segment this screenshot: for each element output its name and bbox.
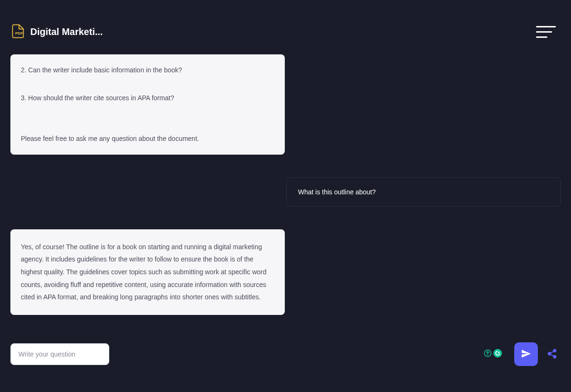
- user-message: What is this outline about?: [286, 177, 561, 207]
- svg-line-6: [551, 351, 553, 353]
- send-button[interactable]: [514, 342, 538, 366]
- send-icon: [521, 348, 531, 360]
- svg-line-7: [551, 354, 553, 356]
- svg-point-5: [553, 355, 556, 358]
- assistant-text: Yes, of course! The outline is for a boo…: [21, 241, 274, 304]
- input-icons: [484, 349, 502, 359]
- svg-point-3: [553, 349, 556, 352]
- grammarly-icon[interactable]: [493, 349, 502, 359]
- menu-button[interactable]: [532, 22, 560, 42]
- hamburger-line: [536, 31, 552, 33]
- page-title: Digital Marketi...: [30, 26, 103, 37]
- user-text: What is this outline about?: [298, 188, 549, 196]
- assistant-question-3: 3. How should the writer cite sources in…: [21, 92, 274, 105]
- svg-text:PDF: PDF: [15, 31, 23, 35]
- assistant-message: Yes, of course! The outline is for a boo…: [10, 229, 285, 315]
- assistant-closing: Please feel free to ask me any question …: [21, 132, 274, 145]
- grammarly-upload-icon[interactable]: [484, 349, 492, 359]
- hamburger-line: [536, 26, 556, 27]
- share-button[interactable]: [544, 346, 561, 363]
- svg-point-2: [493, 349, 502, 357]
- svg-point-4: [548, 352, 551, 355]
- share-icon: [547, 348, 557, 360]
- input-wrapper: [10, 343, 509, 365]
- hamburger-line: [536, 36, 547, 38]
- input-bar: [10, 342, 561, 366]
- assistant-question-2: 2. Can the writer include basic informat…: [21, 64, 274, 77]
- pdf-icon: PDF: [11, 24, 25, 41]
- question-input[interactable]: [10, 343, 109, 365]
- app-header: PDF Digital Marketi...: [0, 0, 571, 54]
- chat-container: 2. Can the writer include basic informat…: [0, 54, 571, 344]
- assistant-message: 2. Can the writer include basic informat…: [10, 54, 285, 155]
- header-left: PDF Digital Marketi...: [11, 24, 103, 41]
